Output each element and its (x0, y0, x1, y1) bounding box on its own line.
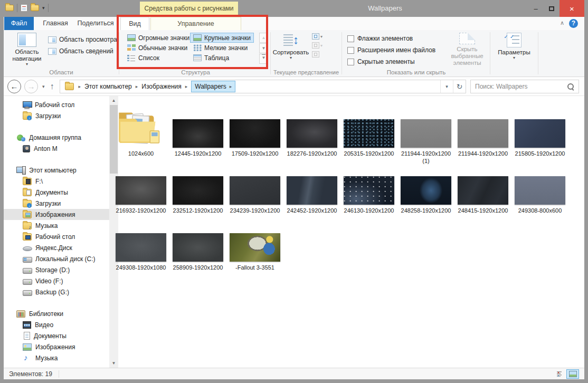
search-icon[interactable] (567, 83, 574, 90)
view-details[interactable]: Таблица (190, 53, 254, 63)
file-item[interactable]: 12445-1920x1200 (169, 109, 226, 166)
sidebar-item-pictures-lib[interactable]: Изображения (4, 341, 109, 352)
back-button[interactable]: ← (7, 80, 21, 93)
file-item[interactable]: 258909-1920x1200 (169, 223, 226, 280)
refresh-icon[interactable]: ↻ (453, 80, 466, 93)
crumb-separator-icon: ▸ (230, 84, 232, 89)
thumbnails-view-icon (569, 371, 577, 377)
sidebar-item-storage-d[interactable]: Storage (D:) (4, 264, 109, 275)
view-small-icons[interactable]: Мелкие значки (190, 43, 254, 53)
sidebar-item-yandex-disk[interactable]: Яндекс.Диск (4, 242, 109, 253)
tab-share[interactable]: Поделиться (74, 17, 117, 30)
qat-dropdown-icon[interactable]: ▾ (42, 5, 45, 11)
sidebar-item-desktop-folder[interactable]: Рабочий стол (4, 231, 109, 242)
sidebar-item-downloads[interactable]: Загрузки (4, 110, 109, 121)
gallery-scroll-up-icon[interactable]: ▲ (259, 33, 268, 43)
checkbox-file-extensions[interactable]: Расширения имен файлов (347, 45, 435, 55)
breadcrumb-current[interactable]: Wallpapers ▸ (191, 81, 235, 92)
sidebar-item-backup-g[interactable]: Backup (G:) (4, 286, 109, 298)
sidebar-item-pictures[interactable]: Изображения (4, 209, 109, 220)
address-box[interactable]: ▸ Этот компьютер ▸ Изображения ▸ Wallpap… (60, 80, 466, 93)
file-item[interactable]: 216932-1920x1200 (112, 166, 169, 223)
separator (48, 4, 49, 12)
sidebar-item-libraries[interactable]: Библиотеки (4, 308, 109, 319)
gallery-scroll-down-icon[interactable]: ▼ (259, 43, 268, 53)
file-item[interactable]: -Fallout 3-3551 (226, 223, 283, 280)
view-extra-large-icons[interactable]: Огромные значки (124, 33, 193, 43)
close-button[interactable]: × (559, 0, 584, 17)
tab-view[interactable]: Вид (120, 17, 149, 30)
file-item[interactable]: 242452-1920x1200 (283, 166, 340, 223)
view-medium-icons[interactable]: Обычные значки (124, 43, 193, 53)
file-item[interactable]: 249308-800x600 (511, 166, 568, 223)
tab-home[interactable]: Главная (38, 17, 73, 30)
file-item-folder[interactable]: 1024x600 (112, 109, 169, 166)
sidebar-item-this-pc[interactable]: Этот компьютер (4, 165, 109, 176)
new-item-icon[interactable] (21, 4, 27, 12)
collapse-ribbon-icon[interactable]: ∧ (560, 20, 564, 26)
address-dropdown-icon[interactable]: ▾ (440, 80, 453, 93)
file-item[interactable]: 215805-1920x1200 (511, 109, 568, 166)
address-bar: ← → ▾ ↑ ▸ Этот компьютер ▸ Изображения ▸… (4, 77, 584, 96)
search-input[interactable]: Поиск: Wallpapers (470, 80, 579, 93)
file-thumbnail (230, 119, 280, 148)
thumbnails-view-toggle[interactable] (566, 369, 579, 379)
breadcrumb-pictures[interactable]: Изображения (141, 83, 181, 90)
folder-icon[interactable] (5, 5, 14, 11)
group-by-button[interactable]: ▾ (312, 33, 323, 40)
sidebar-item-music[interactable]: Музыка (4, 220, 109, 231)
folder-icon[interactable] (31, 5, 39, 11)
status-bar: Элементов: 19 (4, 368, 584, 379)
tab-file[interactable]: Файл (4, 17, 34, 30)
forward-button[interactable]: → (24, 80, 38, 93)
help-icon[interactable]: ? (569, 19, 578, 28)
breadcrumb-this-pc[interactable]: Этот компьютер (84, 83, 132, 90)
details-view-toggle[interactable] (552, 369, 564, 379)
drive-icon (23, 277, 32, 285)
file-item[interactable]: 182276-1920x1200 (283, 109, 340, 166)
sidebar-item-user[interactable]: Anton M (4, 143, 109, 154)
view-list[interactable]: Список (124, 53, 193, 63)
recent-locations-icon[interactable]: ▾ (42, 84, 45, 89)
details-pane-button[interactable]: Область сведений (48, 46, 117, 56)
maximize-button[interactable] (544, 0, 559, 17)
file-item[interactable]: 249308-1920x1080 (112, 223, 169, 280)
sidebar-item-video-f[interactable]: Video (F:) (4, 275, 109, 286)
sidebar-item-downloads2[interactable]: Загрузки (4, 198, 109, 209)
view-large-icons[interactable]: Крупные значки (190, 33, 254, 43)
sort-button[interactable]: Сортировать ▾ (274, 32, 308, 66)
file-label: 17509-1920x1200 (227, 150, 282, 166)
up-button[interactable]: ↑ (50, 82, 54, 91)
file-item[interactable]: 234239-1920x1200 (226, 166, 283, 223)
options-button[interactable]: Параметры ▾ (497, 32, 531, 66)
file-item[interactable]: 248415-1920x1200 (454, 166, 511, 223)
sidebar-item-videos-lib[interactable]: Видео (4, 319, 109, 330)
minimize-button[interactable]: – (528, 0, 544, 17)
desktop-folder-icon (23, 233, 32, 241)
file-item[interactable]: 232512-1920x1200 (169, 166, 226, 223)
view-option-label: Мелкие значки (204, 44, 248, 52)
file-item[interactable]: 248258-1920x1200 (397, 166, 454, 223)
sidebar-item-documents-lib[interactable]: Документы (4, 330, 109, 341)
file-item[interactable]: 211944-1920x1200 (454, 109, 511, 166)
sidebar-item-desktop[interactable]: Рабочий стол (4, 99, 109, 110)
preview-pane-button[interactable]: Область просмотра (48, 34, 117, 45)
file-item[interactable]: 17509-1920x1200 (226, 109, 283, 166)
sidebar-item-local-disk-c[interactable]: Локальный диск (C:) (4, 253, 109, 264)
file-item[interactable]: 246130-1920x1200 (340, 166, 397, 223)
navigation-pane-button[interactable]: Область навигации ▾ (10, 32, 44, 66)
checkbox-item-checkboxes[interactable]: Флажки элементов (347, 33, 435, 44)
large-icons-icon (193, 34, 202, 41)
file-item[interactable]: 205315-1920x1200 (340, 109, 397, 166)
file-label: 248258-1920x1200 (399, 207, 453, 223)
sidebar-item-homegroup[interactable]: Домашняя группа (4, 132, 109, 143)
sidebar-item-music-lib[interactable]: Музыка (4, 352, 109, 363)
file-label: 258909-1920x1200 (170, 264, 225, 280)
sidebar-item-documents[interactable]: Документы (4, 187, 109, 198)
size-columns-icon (312, 51, 319, 58)
checkbox-hidden-items[interactable]: Скрытые элементы (347, 56, 435, 67)
file-item[interactable]: 211944-1920x1200 (1) (397, 109, 454, 166)
tab-manage[interactable]: Управление (150, 17, 241, 30)
gallery-more-icon[interactable]: ▼ (259, 54, 268, 64)
sidebar-item-f-drive-folder[interactable]: F:\ (4, 176, 109, 187)
